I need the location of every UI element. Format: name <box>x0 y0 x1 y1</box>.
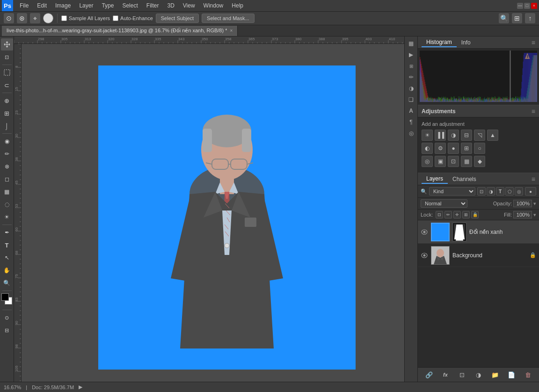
lock-image-btn[interactable]: ✏ <box>444 211 452 218</box>
dodge-tool[interactable]: ☀ <box>1 211 13 223</box>
view-options-icon[interactable]: ⊞ <box>512 13 522 23</box>
channel-mixer-icon[interactable]: ⊞ <box>461 143 472 154</box>
menu-help[interactable]: Help <box>228 1 247 10</box>
gradient-map-icon[interactable]: ▦ <box>461 156 472 167</box>
bw-icon[interactable]: ⚙ <box>435 143 446 154</box>
tool-icon-lasso2[interactable]: ⊛ <box>17 13 27 23</box>
menu-image[interactable]: Image <box>51 1 74 10</box>
invert-icon[interactable]: ◎ <box>422 156 433 167</box>
lock-all-btn[interactable]: 🔒 <box>471 211 479 218</box>
pen-tool[interactable]: ✒ <box>1 226 13 239</box>
menu-file[interactable]: File <box>16 1 32 10</box>
fill-input[interactable] <box>513 211 532 218</box>
play-icon[interactable]: ▶ <box>406 50 416 60</box>
delete-layer-btn[interactable]: 🗑 <box>523 370 533 380</box>
histogram-menu-icon[interactable]: ≡ <box>532 39 535 46</box>
menu-3d[interactable]: 3D <box>163 1 178 10</box>
layers-icon[interactable]: ❑ <box>406 94 416 105</box>
sample-all-layers-checkbox[interactable] <box>61 15 67 21</box>
color-lookup-icon[interactable]: ○ <box>474 143 485 154</box>
lasso-tool[interactable]: ⊂ <box>1 79 13 91</box>
menu-select[interactable]: Select <box>118 1 141 10</box>
tab-info[interactable]: Info <box>457 38 475 47</box>
hsl-icon[interactable]: ▲ <box>487 130 498 141</box>
curves-icon[interactable]: ◑ <box>448 130 459 141</box>
auto-enhance-label[interactable]: Auto-Enhance <box>113 15 153 21</box>
color-balance-icon[interactable]: ◐ <box>422 143 433 154</box>
gradient-tool[interactable]: ▦ <box>1 186 13 198</box>
path-selection-tool[interactable]: ↖ <box>1 252 13 264</box>
exposure-icon[interactable]: ⊟ <box>461 130 472 141</box>
tab-layers[interactable]: Layers <box>422 174 448 184</box>
tab-close-button[interactable]: × <box>230 28 233 33</box>
stamp-tool[interactable]: ⊗ <box>1 160 13 173</box>
tab-channels[interactable]: Channels <box>448 175 481 183</box>
select-and-mask-button[interactable]: Select and Mask... <box>202 14 255 23</box>
menu-layer[interactable]: Layer <box>75 1 97 10</box>
brush-settings-icon[interactable]: ✏ <box>406 72 416 82</box>
selective-color-icon[interactable]: ◆ <box>474 156 485 167</box>
brush-tool[interactable]: ✏ <box>1 148 13 160</box>
menu-window[interactable]: Window <box>200 1 227 10</box>
tool-icon-polygon[interactable]: ⌖ <box>30 13 40 23</box>
tool-icon-lasso[interactable]: ⊙ <box>4 13 14 23</box>
lock-artboard-btn[interactable]: ⊞ <box>462 211 470 218</box>
layer-visibility-background[interactable] <box>421 252 428 259</box>
layer-filter-dropdown[interactable]: Kind <box>429 187 475 196</box>
add-mask-btn[interactable]: ⊡ <box>457 370 467 380</box>
sample-all-layers-label[interactable]: Sample All Layers <box>61 15 110 21</box>
menu-filter[interactable]: Filter <box>143 1 163 10</box>
artboard-tool[interactable]: ⊡ <box>1 51 13 63</box>
search-icon[interactable]: 🔍 <box>499 13 509 23</box>
screen-mode-toggle[interactable]: ⊟ <box>1 324 13 336</box>
threshold-icon[interactable]: ⊡ <box>448 156 459 167</box>
histogram-icon[interactable]: ▦ <box>406 38 416 49</box>
vibrance-icon[interactable]: ◹ <box>474 130 485 141</box>
menu-type[interactable]: Type <box>98 1 117 10</box>
filter-shape-btn[interactable]: ⬠ <box>505 187 514 196</box>
lock-position-btn[interactable]: ✛ <box>453 211 461 218</box>
filter-type-btn[interactable]: T <box>496 187 504 196</box>
actions-icon[interactable]: ⊞ <box>406 61 416 71</box>
menu-edit[interactable]: Edit <box>33 1 51 10</box>
filter-toggle-btn[interactable]: ● <box>525 187 536 196</box>
type-tool[interactable]: T <box>1 239 13 251</box>
crop-tool[interactable]: ⊞ <box>1 107 13 119</box>
quick-mask-toggle[interactable]: ⊙ <box>1 312 13 324</box>
menu-view[interactable]: View <box>179 1 199 10</box>
filter-adjust-btn[interactable]: ◑ <box>487 187 495 196</box>
fill-chevron[interactable]: ▾ <box>533 212 536 218</box>
document-tab[interactable]: live-this-photo...h-of-m...wearing-gray-… <box>2 26 238 36</box>
doc-size-arrow[interactable]: ▶ <box>79 384 82 390</box>
move-tool[interactable] <box>1 38 13 51</box>
photo-filter-icon[interactable]: ● <box>448 143 459 154</box>
brightness-contrast-icon[interactable]: ☀ <box>422 130 433 141</box>
eyedropper-tool[interactable]: ⌡ <box>1 120 13 132</box>
adjustments-menu-icon[interactable]: ≡ <box>532 108 535 115</box>
eraser-tool[interactable]: ◻ <box>1 173 13 185</box>
posterize-icon[interactable]: ▣ <box>435 156 446 167</box>
3d-icon[interactable]: ◎ <box>406 128 416 138</box>
foreground-color[interactable] <box>1 293 9 301</box>
layer-fx-btn[interactable]: fx <box>440 370 451 380</box>
close-button[interactable]: × <box>531 3 537 9</box>
link-layers-btn[interactable]: 🔗 <box>424 370 434 380</box>
adjustments-icon[interactable]: ◑ <box>406 83 416 94</box>
minimize-button[interactable]: — <box>517 3 523 9</box>
filter-pixel-btn[interactable]: ⊡ <box>477 187 486 196</box>
hand-tool[interactable]: ✋ <box>1 264 13 276</box>
auto-enhance-checkbox[interactable] <box>113 15 118 21</box>
blend-mode-dropdown[interactable]: Normal <box>421 199 467 208</box>
create-fill-btn[interactable]: ◑ <box>473 370 483 380</box>
opacity-input[interactable] <box>513 200 532 207</box>
new-group-btn[interactable]: 📁 <box>490 370 500 380</box>
layers-menu-icon[interactable]: ≡ <box>532 175 535 183</box>
new-layer-btn[interactable]: 📄 <box>506 370 517 380</box>
layer-visibility-doi-nen[interactable] <box>421 228 428 236</box>
canvas-viewport[interactable] <box>22 44 404 382</box>
blur-tool[interactable]: ◌ <box>1 198 13 211</box>
share-icon[interactable]: ↑ <box>525 13 535 23</box>
filter-smart-btn[interactable]: ◎ <box>515 187 523 196</box>
opacity-chevron[interactable]: ▾ <box>533 201 536 207</box>
quick-selection-tool[interactable]: ⊕ <box>1 94 13 107</box>
